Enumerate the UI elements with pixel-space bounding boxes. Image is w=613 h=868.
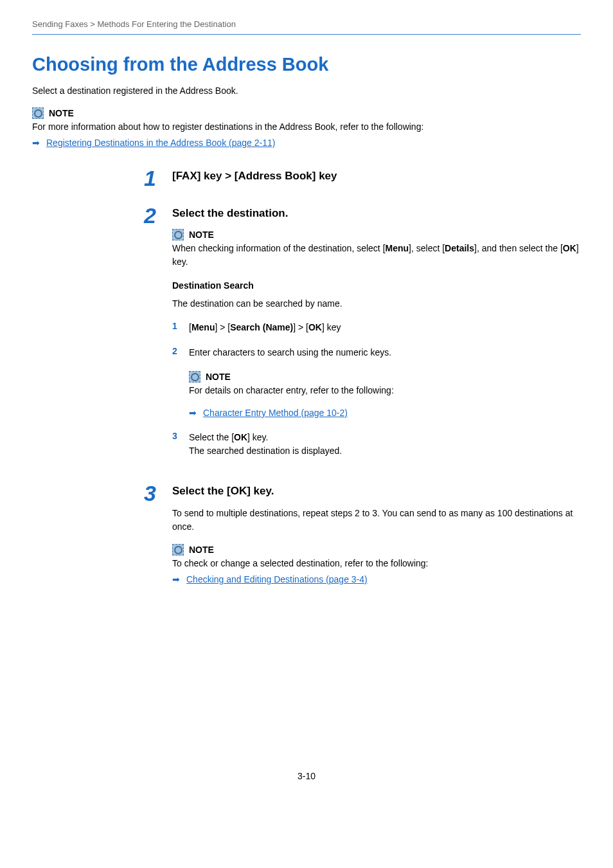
arrow-right-icon: ➡ — [32, 138, 40, 148]
note-label: NOTE — [189, 545, 214, 555]
substep-2: 2 Enter characters to search using the n… — [172, 346, 581, 359]
checking-editing-link[interactable]: Checking and Editing Destinations (page … — [186, 574, 368, 584]
note-header: NOTE — [189, 371, 581, 383]
substep-number: 3 — [172, 431, 181, 458]
substep-number: 1 — [172, 321, 181, 334]
search-name-key: Search (Name) — [230, 322, 293, 332]
note-text: To check or change a selected destinatio… — [172, 557, 581, 570]
destination-search-heading: Destination Search — [172, 280, 581, 291]
t: ] > [ — [215, 322, 230, 332]
t: ], and then select the [ — [474, 243, 563, 253]
ok-key: OK — [234, 432, 247, 442]
page-number: 3-10 — [32, 771, 581, 781]
note-icon — [172, 544, 184, 556]
t: When checking information of the destina… — [172, 243, 386, 253]
note-label: NOTE — [49, 108, 74, 118]
substep-1: 1 [Menu] > [Search (Name)] > [OK] key — [172, 321, 581, 334]
note-icon — [172, 229, 184, 240]
step-number-2: 2 — [144, 204, 161, 469]
menu-key: Menu — [386, 243, 409, 253]
divider — [32, 34, 581, 35]
intro-text: Select a destination registered in the A… — [32, 86, 581, 96]
note-header: NOTE — [172, 544, 581, 556]
substep-3: 3 Select the [OK] key. The searched dest… — [172, 431, 581, 458]
t: ], select [ — [409, 243, 445, 253]
menu-key: Menu — [191, 322, 215, 332]
note-header: NOTE — [172, 229, 581, 240]
substep-content: Enter characters to search using the num… — [189, 346, 581, 359]
note-text: For more information about how to regist… — [32, 120, 581, 134]
register-destinations-link[interactable]: Registering Destinations in the Address … — [46, 138, 275, 148]
note-label: NOTE — [189, 230, 214, 240]
destination-search-desc: The destination can be searched by name. — [172, 297, 581, 311]
character-entry-link[interactable]: Character Entry Method (page 10-2) — [203, 408, 348, 418]
step-1-title: [FAX] key > [Address Book] key — [172, 170, 581, 183]
arrow-right-icon: ➡ — [172, 574, 180, 584]
step-2: 2 Select the destination. NOTE When chec… — [144, 204, 581, 469]
step-number-3: 3 — [144, 482, 161, 591]
page-title: Choosing from the Address Book — [32, 54, 581, 75]
t: ] key — [322, 322, 341, 332]
note-text: For details on character entry, refer to… — [189, 384, 581, 397]
step-3-title: Select the [OK] key. — [172, 485, 581, 498]
note-header: NOTE — [32, 107, 581, 119]
step-3-desc: To send to multiple destinations, repeat… — [172, 507, 581, 534]
step-1: 1 [FAX] key > [Address Book] key — [144, 167, 581, 192]
note-text: When checking information of the destina… — [172, 242, 581, 269]
details-key: Details — [445, 243, 474, 253]
ok-key: OK — [308, 322, 322, 332]
substep-content: [Menu] > [Search (Name)] > [OK] key — [189, 321, 581, 334]
substep-number: 2 — [172, 346, 181, 359]
step-3: 3 Select the [OK] key. To send to multip… — [144, 482, 581, 591]
step-number-1: 1 — [144, 167, 161, 192]
t: The searched destination is displayed. — [189, 446, 342, 456]
arrow-right-icon: ➡ — [189, 408, 197, 418]
t: ] key. — [247, 432, 268, 442]
step-2-title: Select the destination. — [172, 207, 581, 220]
note-icon — [189, 371, 200, 383]
t: ] > [ — [293, 322, 308, 332]
note-label: NOTE — [206, 372, 231, 382]
breadcrumb: Sending Faxes > Methods For Entering the… — [32, 19, 581, 29]
note-icon — [32, 107, 44, 119]
ok-key: OK — [563, 243, 576, 253]
substep-content: Select the [OK] key. The searched destin… — [189, 431, 581, 458]
t: Select the [ — [189, 432, 234, 442]
